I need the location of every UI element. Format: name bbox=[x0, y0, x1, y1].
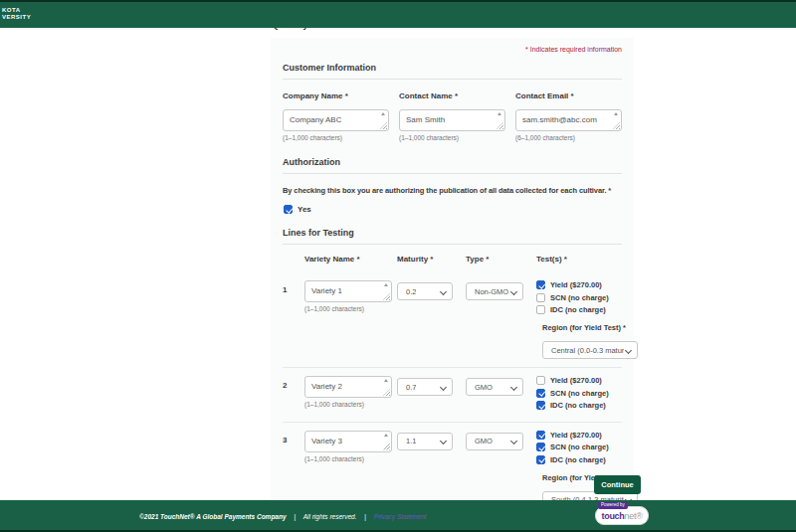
idc-checkbox[interactable] bbox=[536, 455, 545, 464]
scn-checkbox[interactable] bbox=[536, 443, 545, 451]
contact-email-value: sam.smith@abc.com bbox=[522, 115, 597, 124]
variety-3-input[interactable]: Variety 3 bbox=[304, 431, 392, 452]
idc-checkbox[interactable] bbox=[536, 305, 545, 314]
type-cell: GMO bbox=[459, 376, 528, 414]
type-select[interactable]: Non-GMO bbox=[466, 282, 523, 300]
yes-label: Yes bbox=[298, 205, 311, 214]
scroll-up-icon[interactable] bbox=[384, 379, 388, 382]
scn-label: SCN (no charge) bbox=[550, 389, 609, 398]
resize-grip-icon[interactable] bbox=[497, 122, 503, 129]
region-select[interactable]: Central (0.0-0.3 maturity) bbox=[542, 341, 638, 359]
chevron-down-icon bbox=[625, 346, 632, 353]
scn-label: SCN (no charge) bbox=[550, 443, 609, 451]
variety-1-input[interactable]: Variety 1 bbox=[304, 280, 392, 302]
test-idc-row[interactable]: IDC (no charge) bbox=[536, 305, 638, 314]
test-yield-row[interactable]: Yield ($270.00) bbox=[536, 431, 638, 440]
type-select[interactable]: GMO bbox=[466, 378, 523, 396]
resize-grip-icon[interactable] bbox=[383, 293, 390, 300]
test-yield-row[interactable]: Yield ($270.00) bbox=[536, 280, 638, 289]
test-idc-row[interactable]: IDC (no charge) bbox=[536, 455, 638, 464]
required-note: * Indicates required information bbox=[283, 46, 622, 53]
company-name-input[interactable]: Company ABC bbox=[283, 109, 389, 131]
chevron-down-icon bbox=[440, 438, 447, 444]
test-scn-row[interactable]: SCN (no charge) bbox=[536, 443, 638, 451]
maturity-select[interactable]: 0.2 bbox=[397, 282, 453, 300]
scroll-up-icon[interactable] bbox=[614, 112, 618, 115]
scn-checkbox[interactable] bbox=[536, 293, 545, 302]
contact-email-hint: (6–1,000 characters) bbox=[515, 134, 622, 141]
tests-cell: Yield ($270.00) SCN (no charge) IDC (no … bbox=[528, 431, 638, 509]
contact-email-input[interactable]: sam.smith@abc.com bbox=[515, 109, 622, 131]
maturity-select[interactable]: 1.1 bbox=[397, 433, 453, 450]
screen: Quantity: KOTA VERSITY * Indicates requi… bbox=[0, 0, 796, 532]
footer-rights: All rights reserved. bbox=[303, 513, 357, 520]
top-border bbox=[0, 0, 796, 2]
variety-2-input[interactable]: Variety 2 bbox=[304, 376, 392, 398]
section-customer-information: Customer Information bbox=[283, 63, 622, 80]
yield-checkbox[interactable] bbox=[536, 280, 545, 289]
type-value: GMO bbox=[475, 437, 493, 445]
test-yield-row[interactable]: Yield ($270.00) bbox=[536, 376, 622, 385]
maturity-select[interactable]: 0.7 bbox=[397, 378, 453, 396]
contact-name-input[interactable]: Sam Smith bbox=[399, 109, 505, 131]
yield-checkbox[interactable] bbox=[536, 431, 545, 440]
variety-cell: Variety 2 (1–1,000 characters) bbox=[304, 376, 397, 414]
test-scn-row[interactable]: SCN (no charge) bbox=[536, 389, 622, 398]
type-select[interactable]: GMO bbox=[466, 433, 523, 450]
type-value: GMO bbox=[475, 383, 493, 392]
powered-by-tag: Powered by bbox=[598, 502, 628, 509]
row-number: 1 bbox=[283, 280, 304, 359]
maturity-value: 0.7 bbox=[406, 383, 416, 392]
tests-cell: Yield ($270.00) SCN (no charge) IDC (no … bbox=[528, 280, 638, 359]
maturity-cell: 0.2 bbox=[397, 280, 459, 359]
variety-cell: Variety 1 (1–1,000 characters) bbox=[304, 280, 397, 359]
col-variety-name: Variety Name * bbox=[304, 255, 397, 264]
touchnet-logo-touch: touch bbox=[602, 511, 625, 521]
tests-cell: Yield ($270.00) SCN (no charge) IDC (no … bbox=[528, 376, 622, 414]
footer-text: ©2021 TouchNet® A Global Payments Compan… bbox=[139, 513, 427, 520]
row-number: 3 bbox=[283, 431, 304, 509]
idc-label: IDC (no charge) bbox=[550, 305, 606, 314]
variety-2-value: Variety 2 bbox=[311, 382, 342, 391]
maturity-value: 0.2 bbox=[406, 287, 416, 296]
test-idc-row[interactable]: IDC (no charge) bbox=[536, 401, 622, 410]
chevron-down-icon bbox=[510, 438, 517, 444]
company-name-label: Company Name * bbox=[283, 91, 389, 100]
col-tests: Test(s) * bbox=[528, 255, 622, 264]
contact-name-hint: (1–1,000 characters) bbox=[399, 134, 505, 141]
resize-grip-icon[interactable] bbox=[383, 443, 390, 450]
row-number: 2 bbox=[283, 376, 304, 414]
touchnet-logo: touchnet® bbox=[595, 506, 649, 525]
resize-grip-icon[interactable] bbox=[613, 122, 620, 129]
resize-grip-icon[interactable] bbox=[380, 122, 387, 129]
col-type: Type * bbox=[459, 255, 528, 264]
app-footer: ©2021 TouchNet® A Global Payments Compan… bbox=[0, 500, 796, 532]
scn-label: SCN (no charge) bbox=[550, 293, 609, 302]
table-row-2: 2 Variety 2 (1–1,000 characters) 0.7 GMO bbox=[283, 367, 622, 420]
touchnet-logo-net: net® bbox=[625, 511, 643, 521]
continue-button[interactable]: Continue bbox=[594, 475, 641, 494]
resize-grip-icon[interactable] bbox=[383, 389, 390, 396]
footer-separator: | bbox=[364, 513, 366, 520]
scroll-up-icon[interactable] bbox=[384, 434, 388, 437]
company-name-value: Company ABC bbox=[290, 115, 341, 124]
yes-checkbox[interactable] bbox=[284, 205, 293, 214]
app-header: KOTA VERSITY bbox=[0, 2, 796, 28]
test-scn-row[interactable]: SCN (no charge) bbox=[536, 293, 638, 302]
variety-3-value: Variety 3 bbox=[311, 437, 342, 445]
scroll-up-icon[interactable] bbox=[384, 283, 388, 286]
scroll-up-icon[interactable] bbox=[498, 112, 501, 115]
yield-label: Yield ($270.00) bbox=[550, 280, 602, 289]
scroll-up-icon[interactable] bbox=[381, 112, 385, 115]
yield-checkbox[interactable] bbox=[536, 376, 545, 385]
scn-checkbox[interactable] bbox=[536, 389, 545, 398]
variety-cell: Variety 3 (1–1,000 characters) bbox=[304, 431, 397, 509]
idc-checkbox[interactable] bbox=[536, 401, 545, 410]
authorization-statement: By checking this box you are authorizing… bbox=[283, 186, 622, 195]
authorization-yes-row[interactable]: Yes bbox=[284, 205, 622, 214]
yield-label: Yield ($270.00) bbox=[550, 376, 602, 385]
form-panel: * Indicates required information Custome… bbox=[271, 38, 634, 529]
privacy-statement-link[interactable]: Privacy Statement bbox=[374, 513, 427, 520]
contact-name-value: Sam Smith bbox=[406, 115, 445, 124]
company-name-hint: (1–1,000 characters) bbox=[283, 134, 389, 141]
